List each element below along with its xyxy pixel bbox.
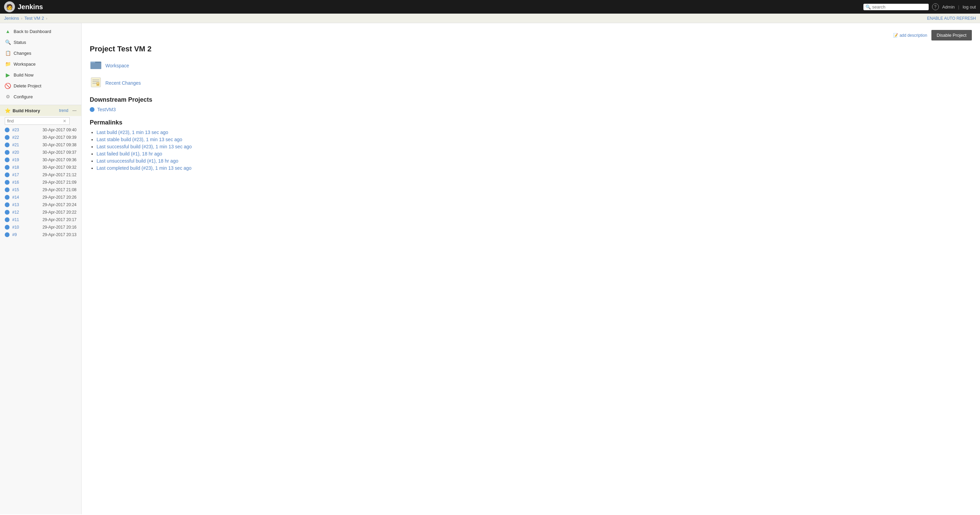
build-date: 29-Apr-2017 20:16 <box>43 225 76 230</box>
build-history-search-input[interactable] <box>5 117 70 125</box>
build-status-ball <box>5 150 10 155</box>
help-icon[interactable]: ? <box>932 3 939 10</box>
project-title: Project Test VM 2 <box>90 45 972 53</box>
build-number-link[interactable]: #16 <box>12 180 19 185</box>
build-row[interactable]: #21 30-Apr-2017 09:38 <box>0 141 81 149</box>
build-number: #15 <box>12 187 19 192</box>
build-history-trend-link[interactable]: trend <box>59 108 68 113</box>
build-date: 29-Apr-2017 20:17 <box>43 217 76 222</box>
build-number-link[interactable]: #15 <box>12 187 19 192</box>
sidebar-item-delete-project[interactable]: 🚫 Delete Project <box>0 80 81 91</box>
build-status-ball <box>5 187 10 192</box>
build-row[interactable]: #19 30-Apr-2017 09:36 <box>0 156 81 164</box>
permalink-link[interactable]: Last successful build (#23), 1 min 13 se… <box>97 144 192 149</box>
permalink-link[interactable]: Last build (#23), 1 min 13 sec ago <box>97 129 168 135</box>
workspace-link[interactable]: Workspace <box>105 63 129 69</box>
breadcrumb-project[interactable]: Test VM 2 <box>24 16 44 21</box>
build-row[interactable]: #13 29-Apr-2017 20:24 <box>0 201 81 209</box>
build-number-link[interactable]: #12 <box>12 210 19 215</box>
build-status-ball <box>5 210 10 215</box>
build-row[interactable]: #15 29-Apr-2017 21:08 <box>0 186 81 193</box>
sidebar-item-status[interactable]: 🔍 Status <box>0 37 81 48</box>
build-number-link[interactable]: #23 <box>12 128 19 132</box>
folder-icon <box>90 59 102 72</box>
build-row[interactable]: #12 29-Apr-2017 20:22 <box>0 209 81 216</box>
build-row[interactable]: #16 29-Apr-2017 21:09 <box>0 179 81 186</box>
build-number-link[interactable]: #21 <box>12 142 19 147</box>
status-icon: 🔍 <box>5 39 11 45</box>
build-number: #9 <box>12 232 17 237</box>
build-row[interactable]: #10 29-Apr-2017 20:16 <box>0 223 81 231</box>
build-row[interactable]: #14 29-Apr-2017 20:26 <box>0 193 81 201</box>
build-number: #22 <box>12 135 19 140</box>
build-row[interactable]: #9 29-Apr-2017 20:13 <box>0 231 81 238</box>
downstream-item: TestVM3 <box>90 107 972 112</box>
build-row[interactable]: #17 29-Apr-2017 21:12 <box>0 171 81 179</box>
permalink-link[interactable]: Last stable build (#23), 1 min 13 sec ag… <box>97 137 182 142</box>
workspace-link-row: Workspace <box>90 59 972 72</box>
build-status-ball <box>5 195 10 200</box>
add-description-link[interactable]: 📝 add description <box>893 33 927 38</box>
build-history-search-clear[interactable]: ✕ <box>63 119 66 123</box>
build-row[interactable]: #18 30-Apr-2017 09:32 <box>0 164 81 171</box>
disable-project-button[interactable]: Disable Project <box>931 30 972 40</box>
sidebar-item-back-dashboard[interactable]: ▲ Back to Dashboard <box>0 26 81 37</box>
permalinks-title: Permalinks <box>90 119 972 126</box>
sidebar-label-delete-project: Delete Project <box>14 83 41 88</box>
build-number: #16 <box>12 180 19 185</box>
build-row[interactable]: #22 30-Apr-2017 09:39 <box>0 134 81 141</box>
admin-link[interactable]: Admin <box>942 5 955 10</box>
downstream-projects-section: Downstream Projects TestVM3 <box>90 96 972 112</box>
build-date: 29-Apr-2017 20:13 <box>43 232 76 237</box>
build-number-link[interactable]: #11 <box>12 217 19 222</box>
build-number-link[interactable]: #10 <box>12 225 19 230</box>
header-separator: | <box>958 5 959 10</box>
build-number-link[interactable]: #20 <box>12 150 19 155</box>
search-input[interactable] <box>872 5 927 10</box>
permalink-link[interactable]: Last unsuccessful build (#1), 18 hr ago <box>97 158 178 164</box>
build-number-link[interactable]: #13 <box>12 202 19 207</box>
build-number-link[interactable]: #19 <box>12 158 19 162</box>
recent-changes-link[interactable]: Recent Changes <box>105 80 141 86</box>
permalink-link[interactable]: Last failed build (#1), 18 hr ago <box>97 151 162 156</box>
breadcrumb-jenkins[interactable]: Jenkins <box>4 16 19 21</box>
build-number-link[interactable]: #9 <box>12 232 17 237</box>
header: 🧑 Jenkins 🔍 ? Admin | log out <box>0 0 980 14</box>
build-number: #11 <box>12 217 19 222</box>
build-status-ball <box>5 142 10 147</box>
build-row[interactable]: #20 30-Apr-2017 09:37 <box>0 149 81 156</box>
build-date: 30-Apr-2017 09:32 <box>43 165 76 170</box>
build-number: #19 <box>12 158 19 162</box>
sidebar-item-configure[interactable]: ⚙ Configure <box>0 91 81 102</box>
sidebar-item-build-now[interactable]: ▶ Build Now <box>0 69 81 80</box>
sidebar-item-workspace[interactable]: 📁 Workspace <box>0 59 81 69</box>
build-history-collapse-icon[interactable]: — <box>72 108 76 113</box>
permalinks-section: Permalinks Last build (#23), 1 min 13 se… <box>90 119 972 171</box>
build-number-link[interactable]: #14 <box>12 195 19 200</box>
enable-auto-refresh-link[interactable]: ENABLE AUTO REFRESH <box>927 16 976 21</box>
build-number: #17 <box>12 172 19 177</box>
sidebar-item-changes[interactable]: 📋 Changes <box>0 48 81 59</box>
build-number: #13 <box>12 202 19 207</box>
sidebar-label-workspace: Workspace <box>14 62 36 67</box>
edit-icon: 📝 <box>893 33 898 38</box>
downstream-project-link[interactable]: TestVM3 <box>97 107 116 112</box>
build-number-link[interactable]: #17 <box>12 172 19 177</box>
permalink-item: Last build (#23), 1 min 13 sec ago <box>97 129 972 135</box>
build-history-section: ⭐ Build History trend — ✕ #23 30-Apr-201… <box>0 105 81 238</box>
build-date: 29-Apr-2017 20:22 <box>43 210 76 215</box>
build-number-link[interactable]: #22 <box>12 135 19 140</box>
build-number-link[interactable]: #18 <box>12 165 19 170</box>
build-now-icon: ▶ <box>5 72 11 78</box>
build-row[interactable]: #23 30-Apr-2017 09:40 <box>0 126 81 134</box>
svg-rect-3 <box>91 78 100 87</box>
build-date: 30-Apr-2017 09:37 <box>43 150 76 155</box>
logout-link[interactable]: log out <box>963 5 976 10</box>
permalink-link[interactable]: Last completed build (#23), 1 min 13 sec… <box>97 165 191 171</box>
build-status-ball <box>5 232 10 237</box>
jenkins-logo[interactable]: 🧑 Jenkins <box>4 2 43 12</box>
build-row[interactable]: #11 29-Apr-2017 20:17 <box>0 216 81 223</box>
build-status-ball <box>5 135 10 140</box>
build-number: #10 <box>12 225 19 230</box>
layout: ▲ Back to Dashboard 🔍 Status 📋 Changes 📁… <box>0 23 980 514</box>
